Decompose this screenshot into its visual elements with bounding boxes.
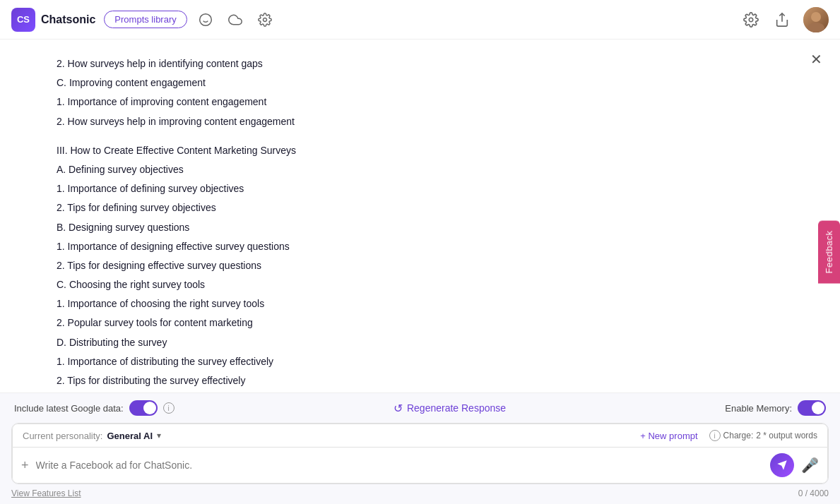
chat-content: ✕ 2. How surveys help in identifying con…	[0, 40, 840, 392]
mic-icon[interactable]: 🎤	[801, 457, 819, 474]
prompts-library-button[interactable]: Prompts library	[104, 11, 187, 28]
list-item: B. Designing survey questions	[57, 219, 783, 236]
list-item: 1. Importance of designing effective sur…	[57, 238, 783, 256]
list-item: A. Defining survey objectives	[57, 161, 783, 179]
bottom-area: Include latest Google data: i ↺ Regenera…	[0, 392, 840, 484]
app-name: Chatsonic	[41, 13, 95, 26]
google-data-group: Include latest Google data: i	[14, 400, 174, 416]
list-item: 2. How surveys help in identifying conte…	[57, 55, 783, 73]
charge-info-icon: i	[709, 430, 721, 441]
charge-value: 2 * output words	[756, 431, 817, 440]
new-prompt-button[interactable]: + New prompt	[640, 431, 697, 441]
list-item: 1. Importance of distributing the survey…	[57, 353, 783, 371]
main-area: ✕ 2. How surveys help in identifying con…	[0, 40, 840, 504]
gear-icon[interactable]	[255, 10, 275, 30]
regenerate-icon: ↺	[394, 402, 403, 415]
logo-icon: CS	[11, 8, 35, 32]
logo-area: CS Chatsonic	[11, 8, 95, 32]
memory-toggle[interactable]	[798, 400, 826, 416]
feedback-tab[interactable]: Feedback	[818, 220, 840, 283]
regenerate-button[interactable]: ↺ Regenerate Response	[394, 402, 506, 415]
plus-icon[interactable]: +	[21, 458, 29, 473]
chat-area: ✕ 2. How surveys help in identifying con…	[0, 40, 840, 504]
memory-group: Enable Memory:	[725, 400, 826, 416]
charge-label: Charge:	[723, 431, 754, 440]
share-icon[interactable]	[772, 10, 792, 30]
personality-right: + New prompt i Charge: 2 * output words	[640, 430, 817, 441]
google-data-info-icon[interactable]: i	[163, 402, 174, 414]
word-count: 0 / 4000	[798, 488, 829, 498]
list-item: 2. Popular survey tools for content mark…	[57, 314, 783, 332]
list-item: 2. Tips for distributing the survey effe…	[57, 372, 783, 390]
list-item: C. Improving content engagement	[57, 74, 783, 92]
view-features-link[interactable]: View Features List	[11, 488, 81, 498]
list-item: D. Distributing the survey	[57, 334, 783, 352]
list-item: C. Choosing the right survey tools	[57, 276, 783, 294]
send-button[interactable]	[770, 453, 794, 477]
personality-bar: Current personality: General AI ▾ + New …	[12, 424, 828, 448]
close-button[interactable]: ✕	[806, 49, 826, 69]
svg-point-0	[199, 13, 211, 25]
svg-point-5	[808, 23, 824, 32]
memory-label: Enable Memory:	[725, 403, 792, 414]
personality-value: General AI	[107, 431, 153, 441]
header-right	[741, 7, 829, 32]
svg-point-2	[749, 18, 753, 22]
footer-bar: View Features List 0 / 4000	[0, 484, 840, 504]
google-data-label: Include latest Google data:	[14, 403, 124, 414]
list-item: 1. Importance of improving content engag…	[57, 93, 783, 111]
list-item: 2. How surveys help in improving content…	[57, 113, 783, 131]
svg-point-1	[263, 18, 266, 21]
list-item: 2. Tips for defining survey objectives	[57, 199, 783, 217]
svg-point-4	[811, 12, 821, 22]
discord-icon[interactable]	[196, 10, 215, 30]
personality-chevron-icon[interactable]: ▾	[157, 431, 161, 440]
list-item: 2. Tips for designing effective survey q…	[57, 257, 783, 275]
header: CS Chatsonic Prompts library	[0, 0, 840, 40]
personality-label: Current personality:	[23, 431, 102, 441]
content-list: 2. How surveys help in identifying conte…	[57, 55, 783, 390]
list-item: 1. Importance of choosing the right surv…	[57, 295, 783, 313]
avatar[interactable]	[803, 7, 829, 32]
header-icons	[196, 10, 275, 30]
charge-info: i Charge: 2 * output words	[709, 430, 817, 441]
chat-input[interactable]	[36, 460, 763, 471]
list-item: 1. Importance of defining survey objecti…	[57, 180, 783, 198]
list-item: III. How to Create Effective Content Mar…	[57, 142, 783, 160]
settings-right-icon[interactable]	[741, 10, 761, 30]
google-data-toggle[interactable]	[129, 400, 158, 416]
toggle-bar: Include latest Google data: i ↺ Regenera…	[11, 400, 829, 416]
input-area: + 🎤	[12, 448, 828, 484]
cloud-icon[interactable]	[225, 10, 245, 30]
